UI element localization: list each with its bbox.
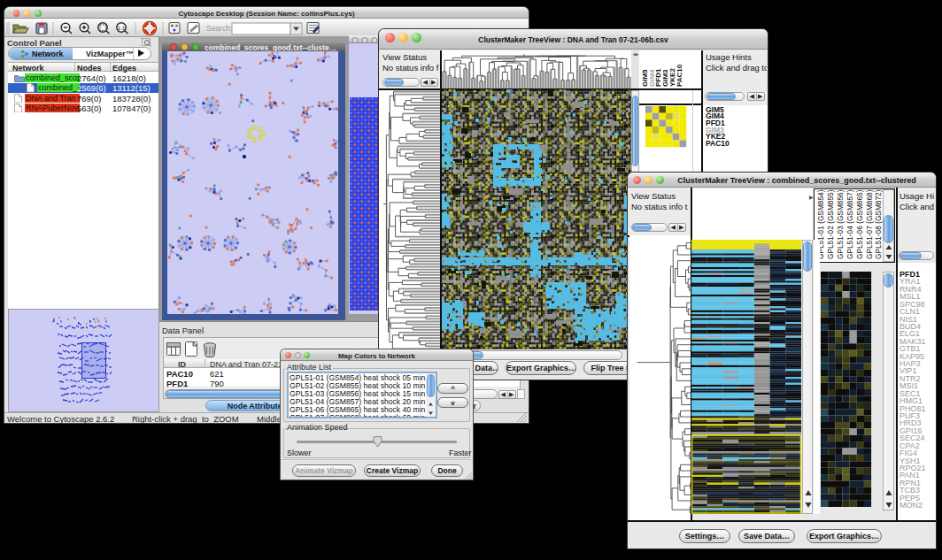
svg-text:GPL51-07 (GSM868): GPL51-07 (GSM868)	[865, 189, 874, 259]
svg-text:GPL51-03 (GSM856): GPL51-03 (GSM856)	[836, 189, 845, 259]
svg-text:Search:: Search:	[206, 24, 232, 33]
svg-text:GPL51-08 (GSM872): GPL51-08 (GSM872)	[874, 189, 883, 259]
svg-text:1:1: 1:1	[118, 26, 126, 31]
svg-text:PAC10: PAC10	[676, 64, 683, 87]
svg-text:GPL51-02 (GSM855): GPL51-02 (GSM855)	[826, 189, 835, 259]
svg-text:GPL51-04 (GSM857): GPL51-04 (GSM857)	[845, 189, 854, 259]
svg-text:GPL51-06 (GSM865): GPL51-06 (GSM865)	[855, 189, 864, 259]
